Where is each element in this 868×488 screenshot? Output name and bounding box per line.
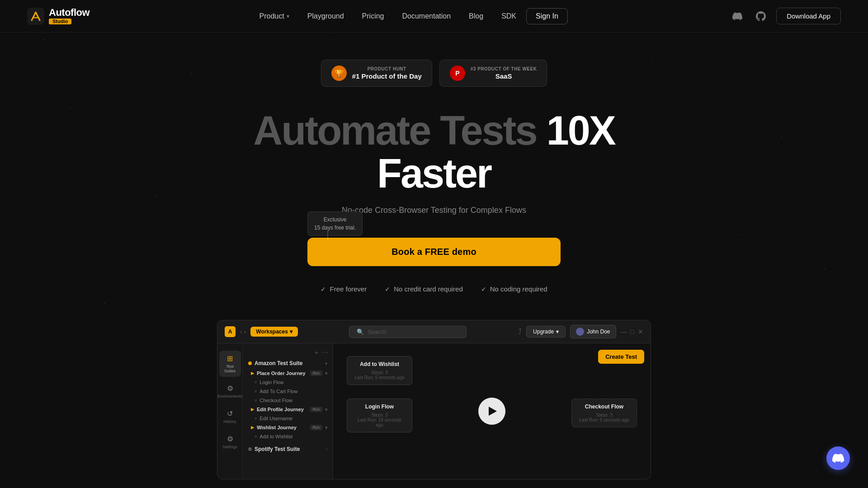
sign-in-button[interactable]: Sign In	[526, 8, 568, 24]
node-login-run: Last Run: 19 seconds ago	[354, 418, 406, 427]
app-logo-small: A	[225, 326, 236, 337]
sidebar-history[interactable]: ↺ History	[219, 406, 241, 427]
nav-documentation[interactable]: Documentation	[394, 9, 459, 24]
close-button[interactable]: ✕	[638, 328, 643, 335]
check-icon-2: ✓	[385, 286, 390, 293]
nav-links: Product Playground Pricing Documentation…	[251, 8, 567, 24]
exclusive-bubble: Exclusive 15 days free trial.	[307, 211, 363, 236]
amazon-suite-label: Amazon Test Suite	[255, 360, 302, 366]
play-button[interactable]	[478, 398, 505, 425]
node-login-title: Login Flow	[354, 404, 406, 410]
app-titlebar: A ‹ › Workspaces ▾ 🔍 Search ⤴ Upgrade ▾	[217, 320, 651, 343]
amazon-suite-header[interactable]: Amazon Test Suite ▾	[245, 358, 330, 369]
edit-username-icon: ≡	[255, 416, 257, 421]
nav-sdk[interactable]: SDK	[493, 9, 524, 24]
journey-icon-3: ▶	[251, 425, 254, 430]
spotify-suite-arrow: ›	[326, 447, 327, 452]
logo[interactable]: Autoflow Studio	[27, 8, 90, 25]
check-icon-1: ✓	[321, 286, 326, 293]
logo-icon	[27, 8, 44, 25]
nav-product[interactable]: Product	[251, 9, 297, 24]
canvas-node-wishlist[interactable]: Add to Wishlist Steps: 3 Last Run: 5 sec…	[347, 356, 412, 385]
hero-headline: Automate Tests 10X Faster	[231, 109, 637, 195]
edit-profile-journey-group: ▶ Edit Profile Journey Rec ▾ ≡ Edit User…	[245, 405, 330, 423]
sidebar-test-suites[interactable]: ⊞ Test Suites	[219, 351, 241, 377]
discord-nav-icon[interactable]	[729, 8, 745, 24]
canvas-node-login[interactable]: Login Flow Steps: 3 Last Run: 19 seconds…	[347, 399, 412, 432]
titlebar-right: ⤴ Upgrade ▾ John Doe — □ ✕	[518, 325, 643, 338]
add-to-cart-label: Add To Cart Flow	[259, 389, 297, 394]
add-to-cart-item[interactable]: ≡ Add To Cart Flow	[245, 387, 330, 396]
node-wishlist-steps: Steps: 3	[354, 370, 406, 375]
github-nav-icon[interactable]	[753, 8, 769, 24]
amazon-suite-arrow: ▾	[325, 361, 327, 366]
headline-dim: Automate Tests	[253, 108, 546, 153]
cta-book-demo-button[interactable]: Book a FREE demo	[307, 238, 561, 266]
tree-add-area: + ⋯	[243, 347, 333, 358]
node-checkout-title: Checkout Flow	[578, 404, 630, 410]
hero-checks: ✓ Free forever ✓ No credit card required…	[321, 285, 547, 293]
app-canvas: Create Test Add to Wishlist Steps: 3 Las…	[333, 343, 651, 479]
edit-profile-label: Edit Profile Journey	[257, 407, 304, 412]
place-order-journey[interactable]: ▶ Place Order Journey Rec ▾	[245, 369, 330, 378]
amazon-suite: Amazon Test Suite ▾ ▶ Place Order Journe…	[243, 358, 333, 441]
checkout-flow-item[interactable]: ≡ Checkout Flow	[245, 396, 330, 405]
edit-username-label: Edit Username	[259, 416, 292, 421]
maximize-button[interactable]: □	[631, 328, 634, 335]
back-arrow[interactable]: ‹	[240, 328, 242, 335]
settings-icon: ⚙	[227, 435, 233, 443]
workspaces-button[interactable]: Workspaces ▾	[250, 327, 297, 337]
history-label: History	[223, 419, 236, 424]
user-menu[interactable]: John Doe	[570, 325, 616, 338]
add-to-wishlist-item[interactable]: ≡ Add to Wishlist	[245, 432, 330, 441]
hero-subheadline: No-code Cross-Browser Testing for Comple…	[342, 206, 526, 215]
product-week-icon: P	[450, 66, 465, 81]
forward-arrow[interactable]: ›	[244, 328, 246, 335]
app-screenshot: A ‹ › Workspaces ▾ 🔍 Search ⤴ Upgrade ▾	[217, 320, 651, 479]
wishlist-journey[interactable]: ▶ Wishlist Journey Rec ▾	[245, 423, 330, 432]
checkout-flow-label: Checkout Flow	[259, 398, 292, 403]
app-body: ⊞ Test Suites ⚙ Environments ↺ History ⚙…	[217, 343, 651, 479]
user-name: John Doe	[587, 328, 610, 335]
upgrade-button[interactable]: Upgrade ▾	[526, 326, 566, 338]
environments-label: Environments	[217, 394, 242, 399]
user-avatar	[576, 328, 584, 336]
check-icon-3: ✓	[481, 286, 486, 293]
node-wishlist-title: Add to Wishlist	[354, 361, 406, 367]
canvas-node-checkout[interactable]: Checkout Flow Steps: 3 Last Run: 5 secon…	[571, 399, 637, 427]
login-flow-item[interactable]: ≡ Login Flow	[245, 378, 330, 387]
window-controls: — □ ✕	[621, 328, 643, 335]
nav-playground[interactable]: Playground	[299, 9, 352, 24]
app-icon-sidebar: ⊞ Test Suites ⚙ Environments ↺ History ⚙…	[217, 343, 243, 479]
suite-options-button[interactable]: ⋯	[322, 349, 328, 356]
add-to-cart-icon: ≡	[255, 389, 257, 394]
nav-blog[interactable]: Blog	[461, 9, 491, 24]
share-icon[interactable]: ⤴	[518, 328, 522, 336]
workspaces-label: Workspaces	[256, 328, 288, 335]
exclusive-title: Exclusive	[324, 216, 347, 223]
settings-label: Settings	[222, 445, 237, 449]
minimize-button[interactable]: —	[621, 328, 627, 335]
upgrade-label: Upgrade	[533, 328, 554, 335]
sidebar-environments[interactable]: ⚙ Environments	[219, 380, 241, 402]
login-flow-icon: ≡	[255, 380, 257, 385]
node-login-steps: Steps: 3	[354, 413, 406, 418]
add-suite-button[interactable]: +	[315, 349, 318, 356]
download-app-button[interactable]: Download App	[776, 8, 841, 24]
spotify-suite-dot	[248, 447, 252, 451]
logo-name: Autoflow	[49, 8, 90, 18]
spotify-suite-header[interactable]: Spotify Test Suite ›	[245, 444, 330, 455]
check-free-forever: ✓ Free forever	[321, 285, 367, 293]
check-no-credit-card: ✓ No credit card required	[385, 285, 463, 293]
edit-profile-badge: Rec	[310, 407, 322, 412]
create-test-button[interactable]: Create Test	[598, 350, 644, 364]
test-suites-icon: ⊞	[227, 354, 233, 363]
nav-pricing[interactable]: Pricing	[354, 9, 392, 24]
badge-product-hunt: 🏆 PRODUCT HUNT #1 Product of the Day	[321, 60, 432, 87]
edit-username-item[interactable]: ≡ Edit Username	[245, 414, 330, 423]
edit-profile-journey[interactable]: ▶ Edit Profile Journey Rec ▾	[245, 405, 330, 414]
app-search-bar[interactable]: 🔍 Search	[349, 326, 467, 338]
sidebar-settings[interactable]: ⚙ Settings	[219, 431, 241, 453]
place-order-journey-group: ▶ Place Order Journey Rec ▾ ≡ Login Flow…	[245, 369, 330, 405]
hero-section: 🏆 PRODUCT HUNT #1 Product of the Day P #…	[0, 33, 868, 479]
